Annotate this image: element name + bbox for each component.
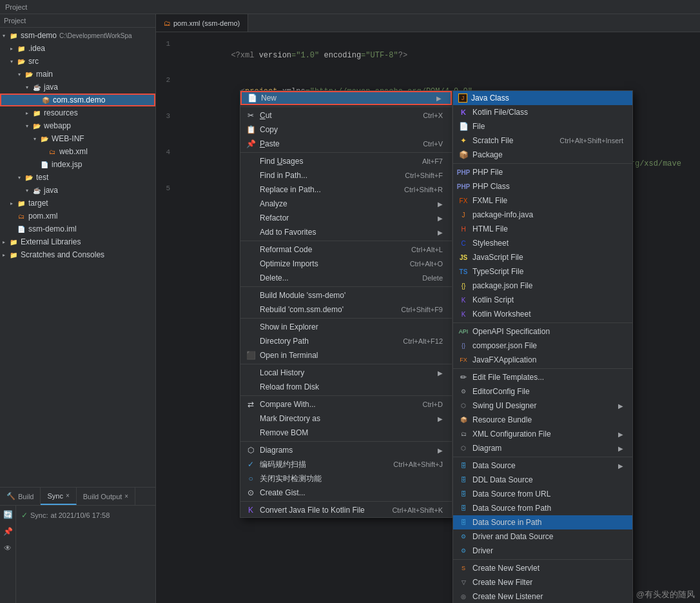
sidebar: Project 📁 ssm-demo C:\DevelopmentWorkSpa…	[0, 14, 156, 603]
tab-sync[interactable]: Sync ×	[41, 488, 76, 505]
javafx-icon: FX	[458, 355, 469, 365]
file-tree[interactable]: 📁 ssm-demo C:\DevelopmentWorkSpa 📁 .idea…	[0, 28, 155, 487]
submenu-scratch[interactable]: ✦ Scratch File Ctrl+Alt+Shift+Insert	[453, 133, 632, 148]
submenu-ddl-data-source[interactable]: 🗄 DDL Data Source	[453, 473, 632, 487]
submenu-java-class[interactable]: J Java Class	[453, 91, 632, 105]
menu-item-build-module[interactable]: Build Module 'ssm-demo'	[240, 288, 452, 302]
menu-item-find-usages[interactable]: Find Usages Alt+F7	[240, 154, 452, 168]
menu-item-code-scan[interactable]: ✓ 编码规约扫描 Ctrl+Alt+Shift+J	[240, 457, 452, 471]
folder-icon-webapp: 📂	[32, 121, 41, 130]
tab-build-output-close[interactable]: ×	[124, 493, 128, 500]
menu-item-convert-kotlin[interactable]: K Convert Java File to Kotlin File Ctrl+…	[240, 503, 452, 517]
submenu-kotlin-script[interactable]: K Kotlin Script	[453, 293, 632, 307]
tree-item-iml[interactable]: 📄 ssm-demo.iml	[0, 222, 155, 235]
submenu-php-file[interactable]: PHP PHP File	[453, 165, 632, 179]
submenu-swing-designer[interactable]: ⬡ Swing UI Designer ▶	[453, 399, 632, 413]
submenu-data-source[interactable]: 🗄 Data Source ▶	[453, 459, 632, 473]
tree-item-ssm-demo[interactable]: 📁 ssm-demo C:\DevelopmentWorkSpa	[0, 29, 155, 42]
tab-build-output[interactable]: Build Output ×	[77, 488, 135, 505]
show-explorer-icon	[246, 322, 256, 332]
menu-item-replace-path[interactable]: Replace in Path... Ctrl+Shift+R	[240, 183, 452, 197]
menu-item-mark-dir[interactable]: Mark Directory as ▶	[240, 411, 452, 426]
submenu-php-class[interactable]: PHP PHP Class	[453, 179, 632, 193]
tree-item-webapp[interactable]: 📂 webapp	[0, 119, 155, 132]
github-icon: ⊙	[246, 488, 256, 498]
submenu-resource-bundle[interactable]: 📦 Resource Bundle	[453, 413, 632, 427]
submenu-package-json[interactable]: {} package.json File	[453, 279, 632, 293]
menu-item-new[interactable]: 📄 New ▶	[240, 91, 452, 105]
ds-in-path-icon: 🗄	[458, 517, 469, 528]
tab-sync-close[interactable]: ×	[66, 492, 70, 499]
tree-item-main[interactable]: 📂 main	[0, 68, 155, 81]
submenu-openapi[interactable]: API OpenAPI Specification	[453, 324, 632, 339]
submenu-kotlin-class[interactable]: K Kotlin File/Class	[453, 105, 632, 119]
menu-item-dir-path[interactable]: Directory Path Ctrl+Alt+F12	[240, 334, 452, 348]
menu-item-remove-bom[interactable]: Remove BOM	[240, 426, 452, 440]
submenu-editorconfig[interactable]: ⚙ EditorConfig File	[453, 384, 632, 399]
tree-item-webinf[interactable]: 📂 WEB-INF	[0, 132, 155, 145]
submenu-xml-config[interactable]: 🗂 XML Configuration File ▶	[453, 427, 632, 441]
submenu-data-source-path[interactable]: 🗄 Data Source from Path	[453, 501, 632, 515]
menu-item-add-favorites[interactable]: Add to Favorites ▶	[240, 225, 452, 239]
tree-item-com-ssm-demo[interactable]: 📦 com.ssm.demo	[0, 94, 155, 106]
tree-item-src[interactable]: 📂 src	[0, 55, 155, 68]
menu-item-reload[interactable]: Reload from Disk	[240, 380, 452, 394]
submenu-create-listener[interactable]: ◎ Create New Listener	[453, 589, 632, 603]
menu-item-open-terminal[interactable]: ⬛ Open in Terminal	[240, 348, 452, 362]
menu-item-find-path[interactable]: Find in Path... Ctrl+Shift+F	[240, 168, 452, 183]
menu-item-cut[interactable]: ✂ Cut Ctrl+X	[240, 108, 452, 123]
submenu-driver-ds[interactable]: ⚙ Driver and Data Source	[453, 529, 632, 544]
tree-item-ext-libs[interactable]: 📁 External Libraries	[0, 235, 155, 248]
submenu-data-source-in-path[interactable]: 🗄 Data Source in Path	[453, 515, 632, 529]
menu-item-paste[interactable]: 📌 Paste Ctrl+V	[240, 137, 452, 151]
menu-item-analyze[interactable]: Analyze ▶	[240, 197, 452, 211]
tree-item-scratches[interactable]: 📁 Scratches and Consoles	[0, 248, 155, 261]
menu-item-compare[interactable]: ⇄ Compare With... Ctrl+D	[240, 397, 452, 411]
toolbar-refresh-btn[interactable]: 🔄	[1, 508, 14, 521]
menu-item-reformat[interactable]: Reformat Code Ctrl+Alt+L	[240, 242, 452, 257]
menu-item-optimize[interactable]: Optimize Imports Ctrl+Alt+O	[240, 257, 452, 271]
submenu-file[interactable]: 📄 File	[453, 119, 632, 133]
tree-item-test-java[interactable]: ☕ java	[0, 184, 155, 197]
menu-item-delete[interactable]: Delete... Delete	[240, 271, 452, 285]
menu-item-rebuild[interactable]: Rebuild 'com.ssm.demo' Ctrl+Shift+F9	[240, 302, 452, 317]
php-file-label: PHP File	[472, 168, 623, 177]
submenu-kotlin-worksheet[interactable]: K Kotlin Worksheet	[453, 307, 632, 321]
submenu-create-servlet[interactable]: S Create New Servlet	[453, 561, 632, 575]
submenu-package[interactable]: 📦 Package	[453, 148, 632, 162]
submenu-javafx-app[interactable]: FX JavaFXApplication	[453, 353, 632, 367]
submenu-fxml[interactable]: FX FXML File	[453, 193, 632, 208]
submenu-package-info[interactable]: J package-info.java	[453, 208, 632, 222]
separator-9	[240, 501, 452, 502]
toolbar-eye-btn[interactable]: 👁	[1, 542, 14, 555]
tree-item-target[interactable]: 📁 target	[0, 197, 155, 210]
package-info-label: package-info.java	[472, 210, 623, 219]
submenu-js-file[interactable]: JS JavaScript File	[453, 250, 632, 264]
menu-item-refactor[interactable]: Refactor ▶	[240, 211, 452, 225]
menu-item-show-explorer[interactable]: Show in Explorer	[240, 320, 452, 334]
menu-item-realtime[interactable]: ○ 关闭实时检测功能	[240, 471, 452, 486]
tree-item-idea[interactable]: 📁 .idea	[0, 42, 155, 55]
tree-item-pomxml[interactable]: 🗂 pom.xml	[0, 210, 155, 222]
menu-item-local-history[interactable]: Local History ▶	[240, 366, 452, 380]
submenu-create-filter[interactable]: ▽ Create New Filter	[453, 575, 632, 589]
editor-tab-pom[interactable]: 🗂 pom.xml (ssm-demo)	[156, 14, 248, 32]
submenu-composer[interactable]: {} composer.json File	[453, 339, 632, 353]
submenu-html[interactable]: H HTML File	[453, 222, 632, 236]
toolbar-pin-btn[interactable]: 📌	[1, 525, 14, 538]
menu-item-create-gist[interactable]: ⊙ Create Gist...	[240, 486, 452, 500]
tree-item-test[interactable]: 📂 test	[0, 171, 155, 184]
submenu-driver[interactable]: ⚙ Driver	[453, 544, 632, 558]
submenu-stylesheet[interactable]: C Stylesheet	[453, 236, 632, 250]
tree-item-resources[interactable]: 📁 resources	[0, 106, 155, 119]
menu-item-diagrams[interactable]: ⬡ Diagrams ▶	[240, 443, 452, 457]
menu-item-copy[interactable]: 📋 Copy	[240, 123, 452, 137]
submenu-diagram[interactable]: ⬡ Diagram ▶	[453, 441, 632, 455]
tab-build[interactable]: 🔨 Build	[0, 488, 41, 505]
tree-item-indexjsp[interactable]: 📄 index.jsp	[0, 158, 155, 171]
submenu-data-source-url[interactable]: 🗄 Data Source from URL	[453, 487, 632, 501]
submenu-ts-file[interactable]: TS TypeScript File	[453, 264, 632, 279]
submenu-edit-templates[interactable]: ✏ Edit File Templates...	[453, 370, 632, 384]
tree-item-webxml[interactable]: 🗂 web.xml	[0, 145, 155, 158]
tree-item-java[interactable]: ☕ java	[0, 81, 155, 94]
